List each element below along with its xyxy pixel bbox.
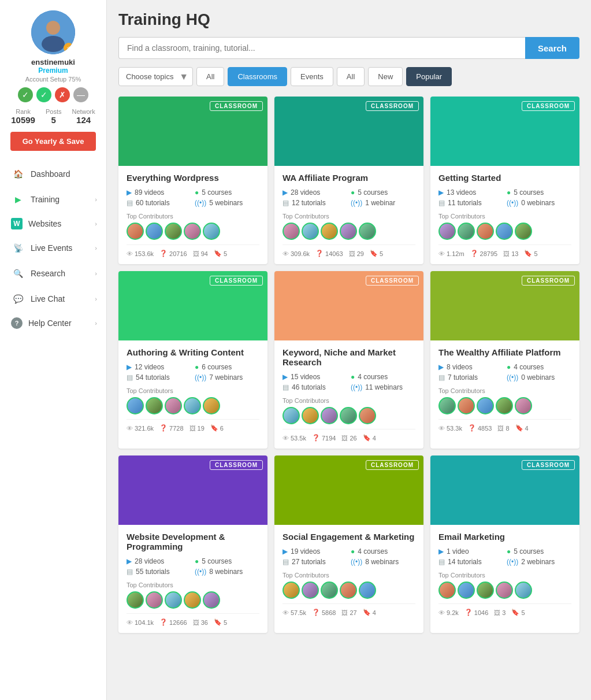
contributor-avatar (438, 397, 456, 414)
classroom-card-keyword-niche[interactable]: CLASSROOM Keyword, Niche and Market Rese… (274, 271, 423, 449)
card-title: Email Marketing (438, 532, 571, 542)
filter-btn-popular[interactable]: Popular (406, 67, 452, 86)
video-icon: ▶ (438, 363, 444, 371)
views-value: 53.3k (447, 425, 462, 432)
filter-btn-classrooms[interactable]: Classrooms (228, 67, 287, 86)
images-value: 8 (505, 425, 509, 432)
contributor-avatar (283, 407, 300, 424)
premium-badge: Premium (38, 66, 68, 75)
video-icon: ▶ (127, 557, 132, 565)
classrooms-grid: CLASSROOM Everything Wordpress ▶ 89 vide… (118, 97, 579, 633)
questions-footer-stat: ❓ 1046 (464, 609, 488, 616)
question-icon: ❓ (470, 250, 478, 257)
contributor-avatar (321, 407, 338, 424)
videos-count: 19 videos (291, 547, 320, 555)
contributor-avatar (477, 223, 494, 240)
search-input[interactable] (118, 37, 525, 59)
classroom-card-authoring-writing[interactable]: CLASSROOM Authoring & Writing Content ▶ … (118, 271, 267, 449)
views-footer-stat: 👁 309.6k (283, 250, 310, 257)
videos-count: 15 videos (291, 373, 320, 381)
questions-footer-stat: ❓ 5868 (312, 609, 336, 616)
bookmarks-footer-stat: 🔖 5 (214, 250, 227, 257)
eye-icon: 👁 (283, 609, 289, 616)
card-body: Email Marketing ▶ 1 video ● 5 courses ▤ … (430, 525, 579, 623)
contributor-avatar (203, 223, 220, 240)
filter-btn-new[interactable]: New (368, 67, 403, 86)
contributor-avatar (515, 223, 532, 240)
webinars-count: 1 webinar (365, 199, 395, 207)
questions-footer-stat: ❓ 14063 (315, 250, 343, 257)
webinars-stat: ((•)) 0 webinars (507, 199, 571, 207)
chevron-right-icon: › (95, 220, 97, 227)
eye-icon: 👁 (127, 619, 133, 626)
bookmarks-footer-stat: 🔖 5 (370, 250, 383, 257)
webinars-icon: ((•)) (351, 199, 362, 207)
filter-btn-all[interactable]: All (196, 67, 224, 86)
username-label: enstinemuki (31, 58, 75, 66)
contributors-row (127, 397, 259, 414)
training-icon: ▶ (11, 192, 25, 206)
card-title: Website Development & Programming (127, 532, 259, 551)
rank-stat: Rank 10599 (11, 108, 35, 125)
topics-select[interactable]: Choose topics (118, 67, 193, 86)
video-icon: ▶ (283, 373, 288, 381)
live-chat-icon: 💬 (11, 292, 25, 306)
card-stats: ▶ 28 videos ● 5 courses ▤ 12 tutorials (… (283, 188, 415, 207)
status-check-icon-1: ✓ (18, 87, 33, 102)
videos-count: 13 videos (447, 188, 476, 197)
filter-btn-all2[interactable]: All (337, 67, 365, 86)
classroom-card-wealthy-affiliate-platform[interactable]: CLASSROOM The Wealthy Affiliate Platform… (430, 271, 579, 449)
classroom-card-social-engagement[interactable]: CLASSROOM Social Engagement & Marketing … (274, 455, 423, 633)
video-icon: ▶ (127, 363, 132, 371)
sidebar-item-websites[interactable]: W Websites › (0, 212, 106, 235)
webinars-stat: ((•)) 11 webinars (351, 383, 415, 391)
sidebar-item-live-events[interactable]: 📡 Live Events › (0, 235, 106, 261)
bookmark-icon: 🔖 (524, 250, 532, 257)
bookmarks-footer-stat: 🔖 4 (515, 424, 529, 432)
classroom-card-getting-started[interactable]: CLASSROOM Getting Started ▶ 13 videos ● … (430, 97, 579, 264)
classroom-card-email-marketing[interactable]: CLASSROOM Email Marketing ▶ 1 video ● 5 … (430, 455, 579, 633)
videos-stat: ▶ 13 videos (438, 188, 503, 197)
sidebar-item-training[interactable]: ▶ Training › (0, 187, 106, 212)
tutorials-stat: ▤ 12 tutorials (283, 199, 347, 207)
classroom-card-website-development[interactable]: CLASSROOM Website Development & Programm… (118, 455, 267, 633)
chevron-right-icon: › (95, 320, 97, 327)
tutorials-stat: ▤ 46 tutorials (283, 383, 347, 391)
tutorials-count: 12 tutorials (292, 199, 326, 207)
sidebar-item-live-chat[interactable]: 💬 Live Chat › (0, 286, 106, 312)
courses-stat: ● 4 courses (351, 373, 415, 381)
tutorials-icon: ▤ (438, 373, 445, 382)
network-label: Network (72, 108, 95, 115)
views-footer-stat: 👁 321.6k (127, 425, 154, 432)
sidebar-item-help-center[interactable]: ? Help Center › (0, 312, 106, 335)
question-icon: ❓ (159, 618, 168, 626)
card-title: Everything Wordpress (127, 173, 259, 183)
sidebar-item-research[interactable]: 🔍 Research › (0, 261, 106, 286)
contributor-avatar (496, 397, 513, 414)
images-footer-stat: 🖼 13 (503, 250, 518, 257)
images-value: 29 (357, 250, 364, 257)
images-footer-stat: 🖼 8 (497, 425, 509, 432)
contributor-avatar (321, 223, 338, 240)
videos-stat: ▶ 8 videos (438, 363, 503, 371)
card-stats: ▶ 89 videos ● 5 courses ▤ 60 tutorials (… (127, 188, 259, 207)
images-value: 26 (350, 435, 356, 442)
courses-count: 5 courses (202, 188, 232, 197)
sidebar-item-dashboard[interactable]: 🏠 Dashboard (0, 161, 106, 187)
classroom-card-wa-affiliate-program[interactable]: CLASSROOM WA Affiliate Program ▶ 28 vide… (274, 97, 423, 264)
contributor-avatar (203, 397, 220, 414)
classroom-card-everything-wordpress[interactable]: CLASSROOM Everything Wordpress ▶ 89 vide… (118, 97, 267, 264)
contributor-avatar (302, 582, 319, 599)
top-contributors-label: Top Contributors (127, 582, 259, 588)
search-button[interactable]: Search (525, 37, 579, 59)
card-body: Getting Started ▶ 13 videos ● 5 courses … (430, 166, 579, 264)
contributors-row (438, 223, 571, 240)
image-icon: 🖼 (193, 250, 199, 257)
filter-btn-events[interactable]: Events (291, 67, 333, 86)
go-yearly-button[interactable]: Go Yearly & Save (10, 132, 96, 151)
card-footer: 👁 321.6k ❓ 7728 🖼 19 🔖 6 (127, 419, 259, 432)
contributors-row (127, 591, 259, 609)
bookmarks-value: 5 (224, 250, 227, 257)
card-body: Social Engagement & Marketing ▶ 19 video… (274, 525, 423, 623)
videos-stat: ▶ 89 videos (127, 188, 191, 197)
